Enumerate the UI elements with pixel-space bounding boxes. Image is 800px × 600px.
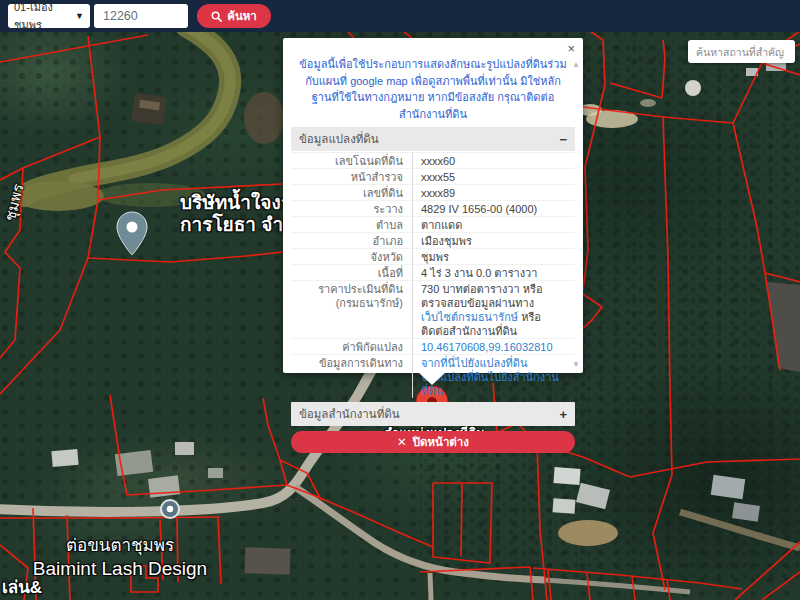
disclaimer-text: ข้อมูลนี้เพื่อใช้ประกอบการแสดงลักษณะรูปแ… xyxy=(297,56,569,122)
section-parcel-title: ข้อมูลแปลงที่ดิน xyxy=(299,130,379,148)
area-select-value: 01-เมืองชุมพร xyxy=(14,0,75,34)
parcel-number-input[interactable] xyxy=(94,4,188,28)
coordinates-link[interactable]: 10.46170608,99.16032810 xyxy=(421,341,553,353)
table-row-coordinates: ค่าพิกัดแปลง 10.46170608,99.16032810 xyxy=(291,339,575,355)
table-row: จังหวัดชุมพร xyxy=(291,249,575,265)
table-row: เลขที่ดินxxxx89 xyxy=(291,185,575,201)
table-row: ระวาง4829 IV 1656-00 (4000) xyxy=(291,201,575,217)
poi-label-partial: เล่น& xyxy=(2,573,42,600)
section-land-office[interactable]: ข้อมูลสำนักงานที่ดิน + xyxy=(291,402,575,426)
section-parcel-info[interactable]: ข้อมูลแปลงที่ดิน − xyxy=(291,127,575,151)
table-row: เนื้อที่4 ไร่ 3 งาน 0.0 ตารางวา xyxy=(291,265,575,281)
close-window-button[interactable]: ✕ ปิดหน้าต่าง xyxy=(291,431,575,453)
table-row: เลขโฉนดที่ดินxxxx60 xyxy=(291,153,575,169)
search-button-label: ค้นหา xyxy=(227,7,257,25)
area-select[interactable]: 01-เมืองชุมพร ▼ xyxy=(8,4,90,28)
parcel-info-table: เลขโฉนดที่ดินxxxx60 หน้าสำรวจxxxx55 เลขท… xyxy=(291,152,575,398)
treasury-website-link[interactable]: เว็บไซต์กรมธนารักษ์ xyxy=(421,311,518,323)
landmark-search-input[interactable] xyxy=(688,40,795,63)
expand-icon[interactable]: + xyxy=(559,409,567,420)
parcel-info-popup: × ▲ ▼ ข้อมูลนี้เพื่อใช้ประกอบการแสดงลักษ… xyxy=(283,38,583,373)
table-row: หน้าสำรวจxxxx55 xyxy=(291,169,575,185)
table-row-price: ราคาประเมินที่ดิน (กรมธนารักษ์) 730 บาทต… xyxy=(291,281,575,339)
scroll-down-icon[interactable]: ▼ xyxy=(572,360,580,369)
table-row: อำเภอเมืองชุมพร xyxy=(291,233,575,249)
popup-tail xyxy=(418,372,446,385)
close-icon[interactable]: × xyxy=(567,42,575,55)
section-office-title: ข้อมูลสำนักงานที่ดิน xyxy=(299,405,400,423)
close-window-label: ปิดหน้าต่าง xyxy=(413,433,469,451)
table-row: ตำบลตากแดด xyxy=(291,217,575,233)
close-window-x-icon: ✕ xyxy=(397,435,407,449)
header-bar: 01-เมืองชุมพร ▼ ค้นหา xyxy=(0,0,800,32)
poi-label-lash-studio: ต่อขนตาชุมพร Baimint Lash Design xyxy=(30,531,210,580)
chevron-down-icon: ▼ xyxy=(75,11,84,21)
transit-stop-icon[interactable] xyxy=(161,500,179,518)
collapse-icon[interactable]: − xyxy=(559,134,567,145)
landsmaps-app: บริษัทน้ำใจงาม การโยธา จำกัด ชุมพร ตำแหน… xyxy=(0,0,800,600)
search-icon xyxy=(211,11,222,22)
scroll-up-icon[interactable]: ▲ xyxy=(572,60,580,69)
search-button[interactable]: ค้นหา xyxy=(197,4,271,28)
route-to-parcel-link[interactable]: จากที่นี่ไปยังแปลงที่ดิน xyxy=(421,356,567,370)
